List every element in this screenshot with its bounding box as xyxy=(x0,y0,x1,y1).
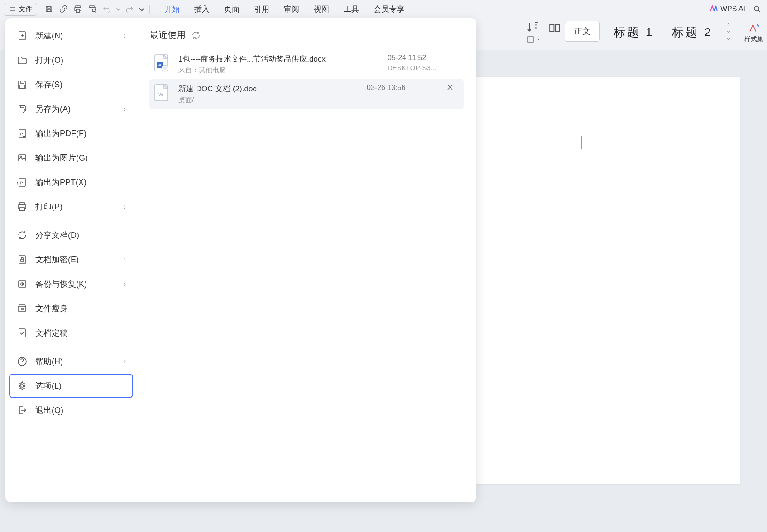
divider xyxy=(14,221,128,221)
menu-save-label: 保存(S) xyxy=(35,79,62,90)
menu-share[interactable]: 分享文档(D) xyxy=(9,223,133,247)
sort-icon xyxy=(527,21,539,33)
style-set-label: 样式集 xyxy=(744,35,763,43)
tab-tools[interactable]: 工具 xyxy=(336,0,366,18)
chevron-down-icon xyxy=(115,5,121,13)
recent-file-location: 来自：其他电脑 xyxy=(178,66,380,75)
menu-help[interactable]: 帮助(H) › xyxy=(9,349,133,374)
svg-rect-18 xyxy=(20,81,24,83)
menu-new[interactable]: 新建(N) › xyxy=(9,24,133,48)
print-button[interactable] xyxy=(72,3,84,15)
border-dropdown[interactable] xyxy=(527,35,540,43)
svg-text:P: P xyxy=(20,132,23,136)
menu-save[interactable]: 保存(S) xyxy=(9,72,133,97)
style-set-button[interactable]: 样式集 xyxy=(741,21,767,45)
tab-review[interactable]: 审阅 xyxy=(277,0,307,18)
wps-ai-button[interactable]: WPS AI xyxy=(709,5,745,13)
menu-export-img[interactable]: 输出为图片(G) xyxy=(9,146,133,170)
menu-backup[interactable]: 备份与恢复(K) › xyxy=(9,272,133,296)
svg-point-24 xyxy=(20,156,22,157)
help-icon xyxy=(17,356,28,367)
tab-start[interactable]: 开始 xyxy=(157,0,187,18)
menu-open[interactable]: 打开(O) xyxy=(9,48,133,72)
divider xyxy=(14,347,128,347)
tab-member[interactable]: 会员专享 xyxy=(366,0,412,18)
svg-rect-23 xyxy=(19,155,26,161)
style-more-icon[interactable] xyxy=(725,35,732,42)
menu-exit-label: 退出(Q) xyxy=(35,405,63,416)
menu-export-pdf-label: 输出为PDF(F) xyxy=(35,128,86,139)
encrypt-icon xyxy=(17,254,28,265)
svg-rect-3 xyxy=(48,6,50,8)
tab-insert[interactable]: 插入 xyxy=(187,0,217,18)
expand-tool[interactable] xyxy=(548,22,561,34)
svg-rect-12 xyxy=(528,37,533,42)
file-menu-button[interactable]: 文件 xyxy=(4,3,37,16)
menu-export-ppt[interactable]: P 输出为PPT(X) xyxy=(9,170,133,195)
redo-icon xyxy=(125,5,134,13)
menu-export-img-label: 输出为图片(G) xyxy=(35,152,88,163)
svg-line-9 xyxy=(95,11,96,13)
recent-file-item[interactable]: W 新建 DOC 文档 (2).doc 桌面/ 03-26 13:56 xyxy=(149,79,464,109)
backup-icon xyxy=(17,279,28,290)
doc-file-icon: W xyxy=(154,84,170,102)
svg-rect-34 xyxy=(19,329,25,337)
recent-file-name: 新建 DOC 文档 (2).doc xyxy=(178,84,360,94)
redo-button[interactable] xyxy=(123,3,136,15)
save-as-icon xyxy=(17,104,28,114)
print-icon xyxy=(17,201,28,212)
menu-print[interactable]: 打印(P) › xyxy=(9,195,133,219)
style-down-icon[interactable] xyxy=(725,28,732,34)
menu-slim-label: 文件瘦身 xyxy=(35,303,68,314)
menu-exit[interactable]: 退出(Q) xyxy=(9,398,133,423)
undo-button[interactable] xyxy=(101,3,113,15)
menu-options-label: 选项(L) xyxy=(35,380,62,391)
print-icon xyxy=(74,5,82,13)
recent-title: 最近使用 xyxy=(149,29,186,41)
more-dropdown[interactable] xyxy=(138,3,146,15)
remove-recent-button[interactable] xyxy=(446,84,460,93)
chevron-down-icon xyxy=(138,5,146,13)
border-icon xyxy=(527,35,535,43)
style-up-icon[interactable] xyxy=(725,21,732,27)
share-icon xyxy=(17,230,28,241)
print-preview-icon xyxy=(88,5,96,13)
chevron-right-icon: › xyxy=(124,357,126,366)
menu-export-pdf[interactable]: P 输出为PDF(F) xyxy=(9,121,133,146)
svg-rect-30 xyxy=(21,259,24,261)
menu-new-label: 新建(N) xyxy=(35,30,63,41)
menu-share-label: 分享文档(D) xyxy=(35,230,79,241)
menu-slim[interactable]: 文件瘦身 xyxy=(9,296,133,321)
menu-save-as[interactable]: 另存为(A) › xyxy=(9,97,133,121)
options-icon xyxy=(17,380,28,391)
style-heading2[interactable]: 标题 2 xyxy=(665,21,720,44)
undo-dropdown[interactable] xyxy=(115,3,121,15)
sync-button[interactable] xyxy=(57,3,70,15)
hamburger-icon xyxy=(9,5,16,13)
menu-backup-label: 备份与恢复(K) xyxy=(35,279,87,290)
svg-rect-19 xyxy=(20,85,24,88)
recent-file-item[interactable]: W 1包----商务技术文件...节活动奖品供应.docx 来自：其他电脑 05… xyxy=(149,49,464,79)
menu-encrypt[interactable]: 文档加密(E) › xyxy=(9,247,133,272)
menu-finalize[interactable]: 文档定稿 xyxy=(9,321,133,345)
exit-icon xyxy=(17,405,28,416)
tab-page[interactable]: 页面 xyxy=(217,0,247,18)
refresh-icon[interactable] xyxy=(191,30,201,40)
recent-file-location: 桌面/ xyxy=(178,96,360,104)
svg-point-36 xyxy=(21,385,24,387)
search-button[interactable] xyxy=(751,3,763,15)
sort-tool[interactable] xyxy=(527,21,539,33)
menu-options[interactable]: 选项(L) xyxy=(9,374,133,398)
recent-file-date: 03-26 13:56 xyxy=(367,84,439,92)
style-heading1[interactable]: 标题 1 xyxy=(606,21,662,44)
tab-reference[interactable]: 引用 xyxy=(247,0,277,18)
save-button[interactable] xyxy=(43,3,55,15)
link-icon xyxy=(59,5,67,13)
docx-file-icon: W xyxy=(154,54,170,72)
print-preview-button[interactable] xyxy=(86,3,99,15)
chevron-right-icon: › xyxy=(124,105,126,113)
tab-view[interactable]: 视图 xyxy=(307,0,336,18)
style-normal[interactable]: 正文 xyxy=(565,21,600,42)
svg-rect-4 xyxy=(47,10,51,12)
file-button-label: 文件 xyxy=(19,5,32,14)
